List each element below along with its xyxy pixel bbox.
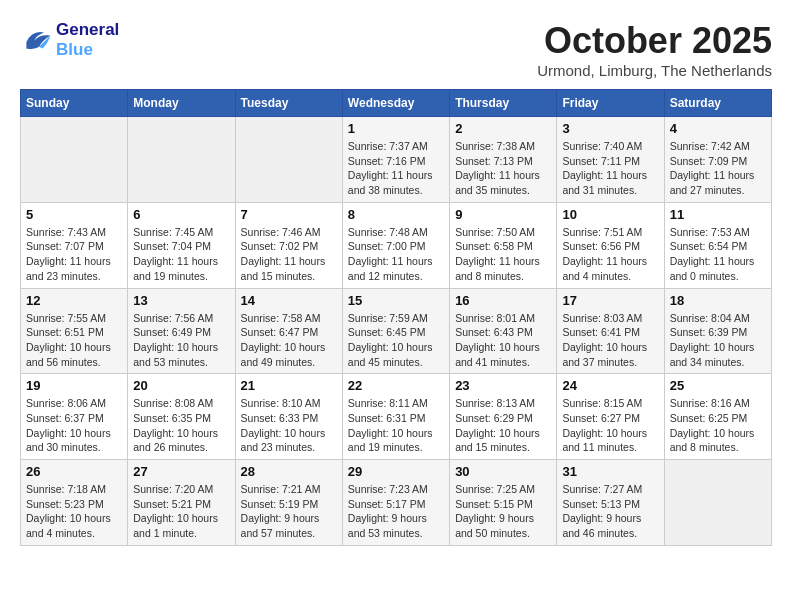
day-info: Sunrise: 7:18 AM Sunset: 5:23 PM Dayligh… xyxy=(26,482,122,541)
day-number: 11 xyxy=(670,207,766,222)
day-info: Sunrise: 8:11 AM Sunset: 6:31 PM Dayligh… xyxy=(348,396,444,455)
day-info: Sunrise: 7:27 AM Sunset: 5:13 PM Dayligh… xyxy=(562,482,658,541)
day-number: 7 xyxy=(241,207,337,222)
day-number: 12 xyxy=(26,293,122,308)
calendar-table: SundayMondayTuesdayWednesdayThursdayFrid… xyxy=(20,89,772,546)
day-number: 25 xyxy=(670,378,766,393)
calendar-cell: 18Sunrise: 8:04 AM Sunset: 6:39 PM Dayli… xyxy=(664,288,771,374)
day-number: 8 xyxy=(348,207,444,222)
week-row-3: 12Sunrise: 7:55 AM Sunset: 6:51 PM Dayli… xyxy=(21,288,772,374)
day-number: 3 xyxy=(562,121,658,136)
day-info: Sunrise: 8:08 AM Sunset: 6:35 PM Dayligh… xyxy=(133,396,229,455)
calendar-cell: 1Sunrise: 7:37 AM Sunset: 7:16 PM Daylig… xyxy=(342,117,449,203)
calendar-cell: 17Sunrise: 8:03 AM Sunset: 6:41 PM Dayli… xyxy=(557,288,664,374)
calendar-cell: 23Sunrise: 8:13 AM Sunset: 6:29 PM Dayli… xyxy=(450,374,557,460)
week-row-2: 5Sunrise: 7:43 AM Sunset: 7:07 PM Daylig… xyxy=(21,202,772,288)
day-info: Sunrise: 8:01 AM Sunset: 6:43 PM Dayligh… xyxy=(455,311,551,370)
calendar-cell: 19Sunrise: 8:06 AM Sunset: 6:37 PM Dayli… xyxy=(21,374,128,460)
weekday-header-sunday: Sunday xyxy=(21,90,128,117)
calendar-cell: 21Sunrise: 8:10 AM Sunset: 6:33 PM Dayli… xyxy=(235,374,342,460)
calendar-cell: 7Sunrise: 7:46 AM Sunset: 7:02 PM Daylig… xyxy=(235,202,342,288)
calendar-cell: 26Sunrise: 7:18 AM Sunset: 5:23 PM Dayli… xyxy=(21,460,128,546)
day-number: 20 xyxy=(133,378,229,393)
weekday-header-tuesday: Tuesday xyxy=(235,90,342,117)
day-info: Sunrise: 8:16 AM Sunset: 6:25 PM Dayligh… xyxy=(670,396,766,455)
day-info: Sunrise: 8:15 AM Sunset: 6:27 PM Dayligh… xyxy=(562,396,658,455)
day-info: Sunrise: 7:21 AM Sunset: 5:19 PM Dayligh… xyxy=(241,482,337,541)
weekday-header-saturday: Saturday xyxy=(664,90,771,117)
weekday-header-friday: Friday xyxy=(557,90,664,117)
calendar-cell xyxy=(235,117,342,203)
day-info: Sunrise: 7:48 AM Sunset: 7:00 PM Dayligh… xyxy=(348,225,444,284)
day-info: Sunrise: 7:45 AM Sunset: 7:04 PM Dayligh… xyxy=(133,225,229,284)
week-row-1: 1Sunrise: 7:37 AM Sunset: 7:16 PM Daylig… xyxy=(21,117,772,203)
calendar-cell: 8Sunrise: 7:48 AM Sunset: 7:00 PM Daylig… xyxy=(342,202,449,288)
calendar-cell: 4Sunrise: 7:42 AM Sunset: 7:09 PM Daylig… xyxy=(664,117,771,203)
day-info: Sunrise: 7:40 AM Sunset: 7:11 PM Dayligh… xyxy=(562,139,658,198)
day-number: 19 xyxy=(26,378,122,393)
day-number: 4 xyxy=(670,121,766,136)
day-number: 24 xyxy=(562,378,658,393)
title-block: October 2025 Urmond, Limburg, The Nether… xyxy=(537,20,772,79)
day-info: Sunrise: 7:53 AM Sunset: 6:54 PM Dayligh… xyxy=(670,225,766,284)
day-number: 14 xyxy=(241,293,337,308)
day-number: 2 xyxy=(455,121,551,136)
day-info: Sunrise: 8:04 AM Sunset: 6:39 PM Dayligh… xyxy=(670,311,766,370)
day-number: 18 xyxy=(670,293,766,308)
calendar-cell xyxy=(128,117,235,203)
day-number: 16 xyxy=(455,293,551,308)
day-info: Sunrise: 8:03 AM Sunset: 6:41 PM Dayligh… xyxy=(562,311,658,370)
calendar-cell: 6Sunrise: 7:45 AM Sunset: 7:04 PM Daylig… xyxy=(128,202,235,288)
weekday-header-wednesday: Wednesday xyxy=(342,90,449,117)
calendar-cell: 2Sunrise: 7:38 AM Sunset: 7:13 PM Daylig… xyxy=(450,117,557,203)
day-number: 22 xyxy=(348,378,444,393)
day-info: Sunrise: 7:56 AM Sunset: 6:49 PM Dayligh… xyxy=(133,311,229,370)
day-info: Sunrise: 7:23 AM Sunset: 5:17 PM Dayligh… xyxy=(348,482,444,541)
calendar-cell: 16Sunrise: 8:01 AM Sunset: 6:43 PM Dayli… xyxy=(450,288,557,374)
week-row-5: 26Sunrise: 7:18 AM Sunset: 5:23 PM Dayli… xyxy=(21,460,772,546)
day-info: Sunrise: 7:43 AM Sunset: 7:07 PM Dayligh… xyxy=(26,225,122,284)
weekday-header-row: SundayMondayTuesdayWednesdayThursdayFrid… xyxy=(21,90,772,117)
day-info: Sunrise: 7:51 AM Sunset: 6:56 PM Dayligh… xyxy=(562,225,658,284)
day-info: Sunrise: 7:46 AM Sunset: 7:02 PM Dayligh… xyxy=(241,225,337,284)
calendar-cell: 14Sunrise: 7:58 AM Sunset: 6:47 PM Dayli… xyxy=(235,288,342,374)
day-info: Sunrise: 7:25 AM Sunset: 5:15 PM Dayligh… xyxy=(455,482,551,541)
day-number: 1 xyxy=(348,121,444,136)
calendar-cell: 25Sunrise: 8:16 AM Sunset: 6:25 PM Dayli… xyxy=(664,374,771,460)
calendar-cell: 15Sunrise: 7:59 AM Sunset: 6:45 PM Dayli… xyxy=(342,288,449,374)
day-number: 31 xyxy=(562,464,658,479)
day-number: 15 xyxy=(348,293,444,308)
calendar-cell: 28Sunrise: 7:21 AM Sunset: 5:19 PM Dayli… xyxy=(235,460,342,546)
day-info: Sunrise: 8:06 AM Sunset: 6:37 PM Dayligh… xyxy=(26,396,122,455)
calendar-cell: 27Sunrise: 7:20 AM Sunset: 5:21 PM Dayli… xyxy=(128,460,235,546)
day-number: 28 xyxy=(241,464,337,479)
calendar-cell: 9Sunrise: 7:50 AM Sunset: 6:58 PM Daylig… xyxy=(450,202,557,288)
day-number: 27 xyxy=(133,464,229,479)
calendar-cell: 10Sunrise: 7:51 AM Sunset: 6:56 PM Dayli… xyxy=(557,202,664,288)
weekday-header-thursday: Thursday xyxy=(450,90,557,117)
page-header: General Blue October 2025 Urmond, Limbur… xyxy=(20,20,772,79)
calendar-cell: 29Sunrise: 7:23 AM Sunset: 5:17 PM Dayli… xyxy=(342,460,449,546)
day-number: 23 xyxy=(455,378,551,393)
calendar-cell: 20Sunrise: 8:08 AM Sunset: 6:35 PM Dayli… xyxy=(128,374,235,460)
day-number: 26 xyxy=(26,464,122,479)
calendar-cell: 12Sunrise: 7:55 AM Sunset: 6:51 PM Dayli… xyxy=(21,288,128,374)
day-number: 30 xyxy=(455,464,551,479)
day-number: 10 xyxy=(562,207,658,222)
day-info: Sunrise: 7:20 AM Sunset: 5:21 PM Dayligh… xyxy=(133,482,229,541)
day-info: Sunrise: 7:37 AM Sunset: 7:16 PM Dayligh… xyxy=(348,139,444,198)
day-number: 6 xyxy=(133,207,229,222)
calendar-cell: 3Sunrise: 7:40 AM Sunset: 7:11 PM Daylig… xyxy=(557,117,664,203)
calendar-cell: 5Sunrise: 7:43 AM Sunset: 7:07 PM Daylig… xyxy=(21,202,128,288)
day-info: Sunrise: 7:50 AM Sunset: 6:58 PM Dayligh… xyxy=(455,225,551,284)
day-info: Sunrise: 7:42 AM Sunset: 7:09 PM Dayligh… xyxy=(670,139,766,198)
day-info: Sunrise: 8:10 AM Sunset: 6:33 PM Dayligh… xyxy=(241,396,337,455)
logo: General Blue xyxy=(20,20,119,60)
day-number: 9 xyxy=(455,207,551,222)
calendar-cell: 22Sunrise: 8:11 AM Sunset: 6:31 PM Dayli… xyxy=(342,374,449,460)
day-info: Sunrise: 7:59 AM Sunset: 6:45 PM Dayligh… xyxy=(348,311,444,370)
day-info: Sunrise: 7:55 AM Sunset: 6:51 PM Dayligh… xyxy=(26,311,122,370)
day-number: 5 xyxy=(26,207,122,222)
calendar-cell: 13Sunrise: 7:56 AM Sunset: 6:49 PM Dayli… xyxy=(128,288,235,374)
week-row-4: 19Sunrise: 8:06 AM Sunset: 6:37 PM Dayli… xyxy=(21,374,772,460)
